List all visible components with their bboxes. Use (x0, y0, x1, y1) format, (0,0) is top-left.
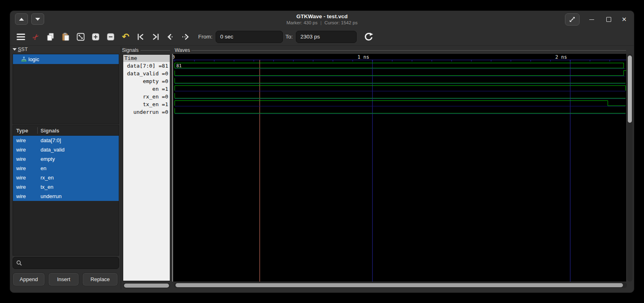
zoom-out-icon[interactable] (106, 32, 116, 42)
cell-type: wire (13, 156, 37, 162)
waves-vscrollbar[interactable] (627, 54, 633, 282)
signal-value-row-tx_en[interactable]: tx_en =1 (123, 100, 170, 108)
window-status: Marker: 430 ps|Cursor: 1542 ps (10, 20, 634, 26)
signal-value-row-rx_en[interactable]: rx_en =0 (123, 93, 170, 100)
table-row-underrun[interactable]: wireunderrun (13, 192, 119, 201)
signals-label-line (141, 50, 170, 51)
waves-hscroll-thumb[interactable] (175, 283, 623, 287)
table-row-data[7:0][interactable]: wiredata[7:0] (13, 136, 119, 145)
waves-pane-label: Waves (175, 47, 190, 53)
to-input[interactable] (296, 31, 357, 43)
minimize-icon (589, 19, 594, 20)
minimize-button[interactable] (586, 13, 598, 26)
signal-value-row-empty[interactable]: empty =0 (123, 77, 170, 85)
cell-name: tx_en (37, 184, 53, 190)
table-header: Type Signals (13, 126, 119, 136)
table-row-en[interactable]: wireen (13, 164, 119, 173)
table-row-tx_en[interactable]: wiretx_en (13, 182, 119, 192)
signals-list[interactable]: Time data[7:0] =81data_valid =0empty =0e… (123, 54, 170, 281)
window-title: GTKWave - test.vcd (10, 13, 634, 20)
zoom-in-icon[interactable] (91, 32, 101, 42)
paste-icon[interactable] (61, 32, 71, 42)
wave-canvas-svg: 01 ns2 ns81 (173, 54, 626, 282)
wave-trace-en (175, 85, 626, 91)
cell-type: wire (13, 184, 37, 190)
from-input[interactable] (216, 31, 283, 43)
table-row-rx_en[interactable]: wirerx_en (13, 173, 119, 182)
wave-trace-tx_en (175, 101, 626, 106)
close-icon: ✕ (622, 16, 627, 23)
bus-value-label: 81 (176, 63, 182, 68)
signal-type-table: Type Signals wiredata[7:0]wiredata_valid… (13, 125, 119, 256)
waves-vscroll-thumb[interactable] (628, 55, 632, 123)
timescale-label: 0 (173, 54, 175, 60)
cell-name: rx_en (37, 175, 54, 181)
reload-icon[interactable] (364, 32, 374, 42)
expand-icon (569, 16, 576, 23)
signal-value-row-data_valid[interactable]: data_valid =0 (123, 70, 170, 77)
waves-label-line (191, 50, 626, 51)
cell-name: data[7:0] (37, 137, 61, 143)
signal-values: data[7:0] =81data_valid =0empty =0en =1r… (123, 62, 170, 116)
sst-header[interactable]: SST (13, 47, 28, 52)
pane-divider[interactable] (121, 47, 121, 290)
insert-button[interactable]: Insert (48, 273, 79, 286)
waves-hscrollbar[interactable] (174, 282, 627, 288)
menu-icon[interactable] (16, 32, 26, 42)
wave-canvas[interactable]: 01 ns2 ns81 (173, 54, 626, 282)
undo-icon[interactable]: ↶ (121, 32, 131, 42)
search-input[interactable] (25, 260, 111, 267)
cell-name: en (37, 165, 46, 171)
titlebar: GTKWave - test.vcd Marker: 430 ps|Cursor… (10, 11, 634, 28)
signals-hscrollbar[interactable] (123, 283, 170, 288)
tree-item-label: logic (28, 56, 39, 62)
cell-type: wire (13, 193, 37, 199)
signals-pane-label: Signals (122, 47, 139, 53)
table-row-empty[interactable]: wireempty (13, 154, 119, 164)
hierarchy-icon (21, 56, 27, 62)
collapse-triangle-icon (13, 48, 17, 51)
next-transition-icon[interactable] (181, 32, 190, 42)
expand-window-button[interactable] (565, 13, 580, 26)
close-button[interactable]: ✕ (618, 13, 630, 26)
tree-item-logic[interactable]: logic (13, 54, 119, 64)
signal-value-row-underrun[interactable]: underrun =0 (123, 108, 170, 116)
marker-status: Marker: 430 ps (287, 20, 318, 25)
signals-hscroll-thumb[interactable] (124, 284, 169, 288)
cell-type: wire (13, 165, 37, 171)
append-button[interactable]: Append (13, 273, 45, 286)
skip-to-start-icon[interactable] (136, 32, 145, 42)
cell-type: wire (13, 175, 37, 181)
maximize-icon (606, 17, 611, 22)
timescale-label: 1 ns (357, 54, 369, 60)
signals-column-header: Signals (41, 128, 59, 134)
type-column-header: Type (13, 128, 37, 134)
table-body: wiredata[7:0]wiredata_validwireemptywire… (13, 136, 119, 201)
sst-tree: logic (13, 54, 119, 124)
cell-type: wire (13, 147, 37, 153)
timescale-label: 2 ns (555, 54, 567, 60)
status-separator: | (320, 20, 321, 25)
gtkwave-window: GTKWave - test.vcd Marker: 430 ps|Cursor… (10, 11, 634, 293)
zoom-fit-icon[interactable] (76, 32, 86, 42)
cursor-status: Cursor: 1542 ps (324, 20, 357, 25)
title-block: GTKWave - test.vcd Marker: 430 ps|Cursor… (10, 13, 634, 26)
toolbar: ✂ ↶ From: To: (10, 28, 634, 46)
column-divider (37, 127, 38, 134)
wave-bus-data[7:0] (175, 63, 624, 68)
prev-transition-icon[interactable] (166, 32, 175, 42)
skip-to-end-icon[interactable] (151, 32, 160, 42)
search-icon (16, 260, 22, 266)
signal-value-row-data[7:0][interactable]: data[7:0] =81 (123, 62, 170, 70)
table-row-data_valid[interactable]: wiredata_valid (13, 145, 119, 154)
from-label: From: (198, 34, 212, 40)
replace-button[interactable]: Replace (82, 273, 118, 286)
wave-trace-data_valid (175, 70, 626, 76)
copy-icon[interactable] (46, 32, 56, 42)
maximize-button[interactable] (603, 13, 615, 26)
cell-name: empty (37, 156, 55, 162)
signal-value-row-en[interactable]: en =1 (123, 85, 170, 93)
search-box[interactable] (13, 257, 119, 269)
cut-icon[interactable]: ✂ (31, 32, 41, 42)
time-row[interactable]: Time (123, 55, 170, 62)
